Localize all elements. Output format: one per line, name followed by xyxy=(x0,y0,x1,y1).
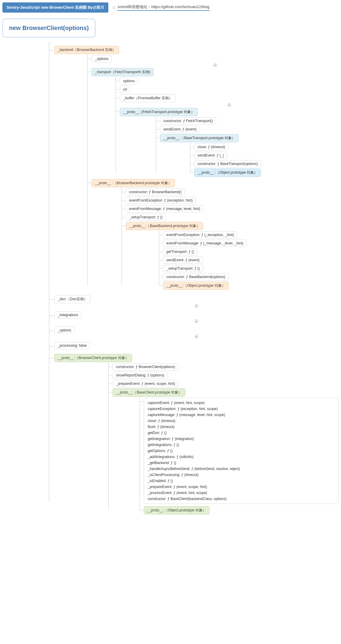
dsn-branch: _dsn:（Dsn实例） + xyxy=(49,295,339,308)
processing-node: _processing: false xyxy=(54,342,90,349)
bt-close: close: ƒ (timeout) xyxy=(194,143,228,151)
dot-icon xyxy=(113,6,116,9)
expand-icon[interactable]: + xyxy=(195,304,198,308)
browserclient-proto-children: constructor: ƒ BrowserClient(options) sh… xyxy=(108,363,339,514)
transport-proto: __proto__: (FetchTransport.prototype 对象） xyxy=(120,108,198,116)
root-node: new BrowserClient(options) xyxy=(2,19,95,37)
header: Sentry-JavaScript new BrowerClient 实例图 B… xyxy=(2,2,339,13)
options-branch: _options + xyxy=(49,327,339,338)
bc-proto: __proto__:（BaseClient.prototype 对象） xyxy=(113,388,185,397)
source-url: xmind和原图地址：https://github.com/lxchuan12/… xyxy=(117,4,209,11)
source-url-row: xmind和原图地址：https://github.com/lxchuan12/… xyxy=(113,4,209,11)
ft-proto: __proto__:（BaseTransport.prototype 对象） xyxy=(160,134,239,142)
ft-constructor: constructor: ƒ FetchTransport() xyxy=(160,117,216,124)
bb-constructor: constructor: ƒ BrowserBackend() xyxy=(126,188,185,196)
expand-icon[interactable]: + xyxy=(195,335,198,338)
root-children: _backend（BrowserBackend 实例） _options + _… xyxy=(49,46,339,514)
baseb-efe: eventFromException: ƒ (_exception, _hint… xyxy=(163,231,237,238)
bc-object-proto: __proto__:（Object.prototype 对象） xyxy=(144,506,210,514)
backend-proto-item: __proto__ :（BrowserBackend.prototype 对象）… xyxy=(87,179,339,290)
bt-sendevent: sendEvent: ƒ (_) xyxy=(194,152,227,159)
bt-constructor: constructor: ƒ BaseTransport(options) xyxy=(194,160,261,167)
integrations-node: _integrations xyxy=(54,311,82,319)
baseb-efm: eventFromMessage: ƒ (_message, _level, _… xyxy=(163,240,247,247)
bb-efm: eventFromMessage: ƒ (message, level, hin… xyxy=(126,205,204,212)
bc-constructor: constructor: ƒ BrowserClient(options) xyxy=(113,363,178,370)
bb-setup: _setupTransport: ƒ () xyxy=(126,214,166,221)
diagram-title: Sentry-JavaScript new BrowerClient 实例图 B… xyxy=(2,2,108,13)
bb-efe: eventFromException: ƒ (exception, hint) xyxy=(126,197,196,204)
options-node: _options xyxy=(54,327,74,334)
backend-options: _options + xyxy=(87,55,339,67)
baseb-gettransport: getTransport: ƒ () xyxy=(163,248,197,255)
transport-node: _transport（FetchTransporth 实例) xyxy=(92,68,154,76)
basebackend-proto-children: eventFromException: ƒ (_exception, _hint… xyxy=(159,231,339,290)
backend-branch: _backend（BrowserBackend 实例） _options + _… xyxy=(49,46,339,290)
browserbackend-proto-children: constructor: ƒ BrowserBackend() eventFro… xyxy=(122,188,339,290)
processing-branch: _processing: false xyxy=(49,342,339,349)
transport-item: _transport（FetchTransporth 实例) options u… xyxy=(87,68,339,177)
baseb-constructor: constructor: ƒ BaseBackend(options) xyxy=(163,273,229,280)
baseb-setup: _setupTransport: ƒ () xyxy=(163,265,203,272)
baseclient-proto-children: captureEvent: ƒ (event, hint, scope)capt… xyxy=(140,398,339,514)
backend-children: _options + _transport（FetchTransporth 实例… xyxy=(87,55,339,290)
transport-options: options xyxy=(120,77,138,85)
bc-prepare-event: _prepareEvent: ƒ (event, scope, hint) xyxy=(113,380,178,387)
backend-proto-node: __proto__ :（BrowserBackend.prototype 对象） xyxy=(92,179,175,187)
client-proto-branch: __proto__:（BrowserClient.prototype 对象） c… xyxy=(49,354,339,514)
dsn-node: _dsn:（Dsn实例） xyxy=(54,295,91,303)
baseb-sendevent: sendEvent: ƒ (event) xyxy=(163,256,203,264)
expand-icon[interactable]: + xyxy=(195,319,198,323)
transport-children: options url _buffer（PromiseBuffer 实例） + … xyxy=(116,77,339,177)
expand-icon[interactable]: + xyxy=(228,103,231,107)
backend-node: _backend（BrowserBackend 实例） xyxy=(54,46,119,54)
client-proto-node: __proto__:（BrowserClient.prototype 对象） xyxy=(54,354,132,362)
baseb-object-proto: __proto__:（Object.prototype 对象） xyxy=(163,282,229,290)
integrations-branch: _integrations + xyxy=(49,311,339,323)
transport-url: url xyxy=(120,86,130,93)
baseclient-methods: captureEvent: ƒ (event, hint, scope)capt… xyxy=(144,398,339,504)
basetransport-proto-children: close: ƒ (timeout) sendEvent: ƒ (_) cons… xyxy=(190,143,339,177)
bc-show-dialog: showReportDialog: ƒ (options) xyxy=(113,372,167,379)
bb-proto: __proto__:（BaseBackend.prototype 对象） xyxy=(126,222,203,230)
backend-options-node: _options xyxy=(92,55,112,62)
bt-object-proto: __proto__ :（Object.prototype 对象） xyxy=(194,169,261,177)
transport-buffer: _buffer（PromiseBuffer 实例） xyxy=(120,94,176,102)
fetchtransport-proto-children: constructor: ƒ FetchTransport() sendEven… xyxy=(156,117,339,177)
ft-sendevent: sendEvent: ƒ (event) xyxy=(160,126,200,133)
expand-icon[interactable]: + xyxy=(213,63,217,67)
